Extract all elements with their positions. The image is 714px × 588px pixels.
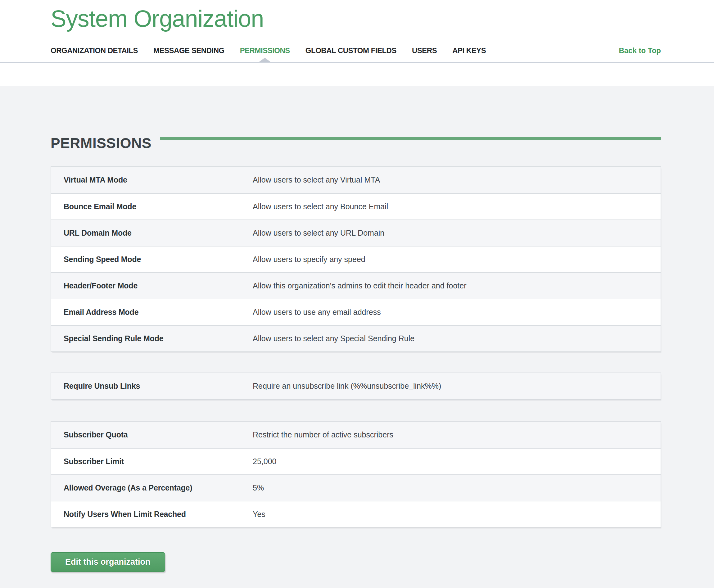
row-label: Subscriber Quota bbox=[51, 430, 253, 439]
row-label: Subscriber Limit bbox=[51, 457, 253, 466]
table-row: Email Address ModeAllow users to use any… bbox=[51, 299, 660, 325]
unsub-links-table: Require Unsub LinksRequire an unsubscrib… bbox=[50, 373, 661, 400]
heading-accent-bar bbox=[160, 137, 661, 140]
table-row: Sending Speed ModeAllow users to specify… bbox=[51, 246, 660, 272]
row-value: Allow users to select any Virtual MTA bbox=[253, 175, 660, 184]
row-label: Email Address Mode bbox=[51, 308, 253, 317]
permission-modes-table: Virtual MTA ModeAllow users to select an… bbox=[50, 166, 661, 352]
table-row: Notify Users When Limit ReachedYes bbox=[51, 501, 660, 527]
tab-permissions[interactable]: PERMISSIONS bbox=[240, 45, 290, 56]
row-value: Allow this organization's admins to edit… bbox=[253, 281, 660, 290]
row-value: Allow users to select any Bounce Email bbox=[253, 202, 660, 211]
table-row: Bounce Email ModeAllow users to select a… bbox=[51, 193, 660, 219]
table-row: Subscriber QuotaRestrict the number of a… bbox=[51, 422, 660, 448]
row-value: 5% bbox=[253, 483, 660, 492]
row-label: Sending Speed Mode bbox=[51, 255, 253, 264]
tab-message-sending[interactable]: MESSAGE SENDING bbox=[153, 45, 225, 56]
subscriber-quota-table: Subscriber QuotaRestrict the number of a… bbox=[50, 421, 661, 527]
row-label: Require Unsub Links bbox=[51, 381, 253, 391]
row-label: Virtual MTA Mode bbox=[51, 175, 253, 184]
row-label: Special Sending Rule Mode bbox=[51, 334, 253, 343]
row-label: Notify Users When Limit Reached bbox=[51, 510, 253, 519]
tables-region: Virtual MTA ModeAllow users to select an… bbox=[50, 166, 661, 527]
row-value: Allow users to select any URL Domain bbox=[253, 229, 660, 237]
table-row: URL Domain ModeAllow users to select any… bbox=[51, 219, 660, 246]
page-header: System Organization ORGANIZATION DETAILS… bbox=[0, 0, 714, 86]
table-row: Allowed Overage (As a Percentage)5% bbox=[51, 475, 660, 501]
row-value: Allow users to use any email address bbox=[253, 308, 660, 317]
table-row: Header/Footer ModeAllow this organizatio… bbox=[51, 272, 660, 299]
row-label: URL Domain Mode bbox=[51, 229, 253, 237]
row-value: 25,000 bbox=[253, 457, 660, 466]
row-label: Allowed Overage (As a Percentage) bbox=[51, 483, 253, 492]
main-content: PERMISSIONS Virtual MTA ModeAllow users … bbox=[0, 86, 714, 572]
table-row: Require Unsub LinksRequire an unsubscrib… bbox=[51, 373, 660, 399]
row-value: Require an unsubscribe link (%%unsubscri… bbox=[253, 381, 660, 391]
back-to-top-link[interactable]: Back to Top bbox=[619, 45, 661, 56]
tab-global-custom-fields[interactable]: GLOBAL CUSTOM FIELDS bbox=[306, 45, 396, 56]
tab-organization-details[interactable]: ORGANIZATION DETAILS bbox=[50, 45, 138, 56]
header-divider bbox=[0, 62, 714, 63]
row-value: Allow users to specify any speed bbox=[253, 255, 660, 264]
row-value: Allow users to select any Special Sendin… bbox=[253, 334, 660, 343]
section-heading: PERMISSIONS bbox=[50, 136, 151, 150]
table-row: Subscriber Limit25,000 bbox=[51, 448, 660, 475]
section-heading-row: PERMISSIONS bbox=[50, 136, 661, 150]
table-row: Special Sending Rule ModeAllow users to … bbox=[51, 325, 660, 352]
page-title: System Organization bbox=[50, 6, 264, 31]
edit-organization-button[interactable]: Edit this organization bbox=[50, 552, 165, 572]
row-value: Yes bbox=[253, 510, 660, 519]
active-tab-caret-icon bbox=[259, 58, 270, 62]
tab-users[interactable]: USERS bbox=[412, 45, 437, 56]
tab-bar: ORGANIZATION DETAILSMESSAGE SENDINGPERMI… bbox=[50, 45, 661, 56]
row-label: Bounce Email Mode bbox=[51, 202, 253, 211]
tab-api-keys[interactable]: API KEYS bbox=[452, 45, 486, 56]
table-row: Virtual MTA ModeAllow users to select an… bbox=[51, 167, 660, 193]
row-value: Restrict the number of active subscriber… bbox=[253, 430, 660, 439]
row-label: Header/Footer Mode bbox=[51, 281, 253, 290]
